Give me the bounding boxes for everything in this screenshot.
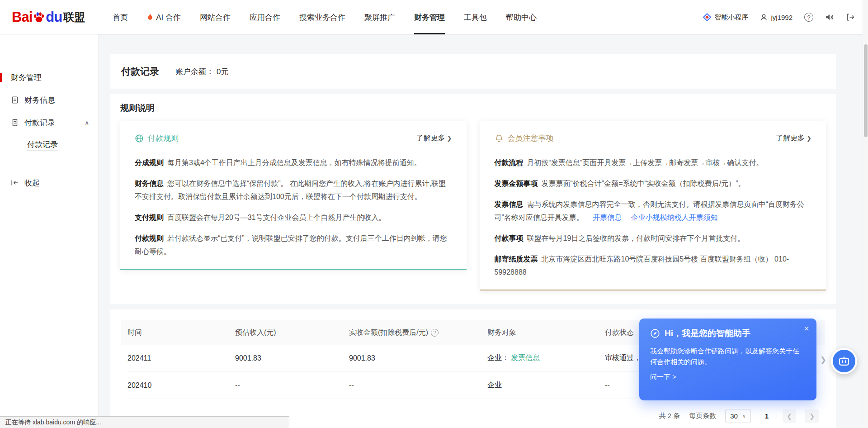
card-title: 付款规则 xyxy=(148,133,179,143)
nav-label: AI 合作 xyxy=(156,12,181,23)
nav-item-toolkit[interactable]: 工具包 xyxy=(454,0,496,34)
rule-term: 邮寄纸质发票 xyxy=(495,255,538,263)
sidebar-subitem-payment-records[interactable]: 付款记录 xyxy=(0,134,98,157)
logout-icon[interactable] xyxy=(846,13,854,21)
sidebar-section-finance-management[interactable]: 财务管理 xyxy=(0,66,98,89)
help-icon[interactable]: ? xyxy=(804,13,813,22)
ask-now-link[interactable]: 问一下 > xyxy=(650,373,806,381)
smart-assistant-popup: Hi，我是您的智能助手 × 我会帮助您诊断合作链路问题，以及解答您关于任何合作相… xyxy=(639,319,816,400)
nav-item-app-cooperation[interactable]: 应用合作 xyxy=(240,0,290,34)
sidebar-item-payment-records[interactable]: 付款记录 ∧ xyxy=(0,111,98,134)
help-glyph: ? xyxy=(807,14,810,21)
rule-desc: 百度联盟会在每月20号—31号支付企业会员上个自然月产生的收入。 xyxy=(167,214,386,221)
cell-time: 202411 xyxy=(127,354,235,362)
help-icon[interactable]: ? xyxy=(431,329,439,337)
paw-icon xyxy=(32,10,46,24)
member-notes-card: 会员注意事项 了解更多 ❯ 付款流程月初按“发票信息”页面开具发票→上传发票→邮… xyxy=(480,121,826,290)
invoice-info-link[interactable]: 发票信息 xyxy=(511,353,540,363)
page-number-current[interactable]: 1 xyxy=(760,409,774,423)
assistant-chat-button[interactable] xyxy=(831,348,857,374)
prev-page-button[interactable]: ❮ xyxy=(783,409,796,423)
globe-icon xyxy=(135,134,144,143)
nav-label: 聚屏推广 xyxy=(364,12,395,23)
cell-estimated: 9001.83 xyxy=(235,354,349,362)
page-title: 付款记录 xyxy=(121,65,159,78)
nav-item-help-center[interactable]: 帮助中心 xyxy=(496,0,546,34)
nav-item-search-cooperation[interactable]: 搜索业务合作 xyxy=(290,0,355,34)
rule-desc: 北京市海淀区西北旺东路10号院百度科技园5号楼 百度联盟财务组（收） 010-5… xyxy=(495,255,789,276)
browser-status-bar: 正在等待 xlab.baidu.com 的响应... xyxy=(0,416,289,428)
baidu-union-logo[interactable]: Bai du 联盟 xyxy=(12,9,85,25)
sidebar: 财务管理 财务信息 付款记录 ∧ 付款记录 收起 xyxy=(0,34,99,428)
nav-label: 财务管理 xyxy=(414,12,445,23)
username-label: jyj1992 xyxy=(771,14,793,21)
sidebar-item-label: 财务信息 xyxy=(24,95,55,105)
per-page-select[interactable]: 30 ∨ xyxy=(725,409,751,423)
chevron-left-icon: ❮ xyxy=(787,413,792,420)
cell-entity: 企业 xyxy=(487,380,605,390)
per-page-value: 30 xyxy=(730,412,738,420)
rule-term: 付款流程 xyxy=(495,159,524,166)
balance-label: 账户余额： xyxy=(175,67,214,77)
nav-label: 工具包 xyxy=(464,12,487,23)
logo-text-du: du xyxy=(46,9,62,25)
rule-desc: 联盟在每月19日之后签收的发票，付款时间安排在下个月首批支付。 xyxy=(527,234,745,242)
compass-icon xyxy=(650,328,660,338)
rule-item: 付款事项联盟在每月19日之后签收的发票，付款时间安排在下个月首批支付。 xyxy=(495,232,812,245)
assistant-message: 我会帮助您诊断合作链路问题，以及解答您关于任何合作相关的问题。 xyxy=(650,346,799,367)
sound-icon[interactable] xyxy=(825,13,834,21)
rule-item: 支付规则百度联盟会在每月20号—31号支付企业会员上个自然月产生的收入。 xyxy=(135,211,452,224)
sidebar-item-label: 付款记录 xyxy=(24,118,55,128)
logo-text-union: 联盟 xyxy=(63,10,85,24)
user-account[interactable]: jyj1992 xyxy=(760,14,793,21)
vertical-scrollbar[interactable] xyxy=(863,0,868,428)
nav-item-ai-cooperation[interactable]: AI 合作 xyxy=(137,0,190,34)
document-icon xyxy=(11,96,19,104)
fire-icon xyxy=(147,14,153,21)
nav-item-website-cooperation[interactable]: 网站合作 xyxy=(190,0,240,34)
rule-term: 发票金额事项 xyxy=(495,180,538,187)
next-page-button[interactable]: ❯ xyxy=(805,409,819,423)
rule-item: 发票信息需与系统内发票信息内容完全一致，否则无法支付。请根据发票信息页面中“百度… xyxy=(495,198,812,224)
invoice-info-link[interactable]: 开票信息 xyxy=(593,214,622,221)
total-count: 共 2 条 xyxy=(659,412,680,420)
chevron-right-icon[interactable]: ❯ xyxy=(820,355,826,364)
robot-icon xyxy=(837,354,851,368)
receipt-icon xyxy=(11,119,19,127)
close-icon[interactable]: × xyxy=(804,324,809,333)
small-taxpayer-notice-link[interactable]: 企业小规模纳税人开票须知 xyxy=(631,214,718,221)
mini-program-link[interactable]: 智能小程序 xyxy=(703,13,748,22)
chevron-up-icon[interactable]: ∧ xyxy=(85,119,89,126)
rule-term: 付款事项 xyxy=(495,234,524,242)
logo-text-bai: Bai xyxy=(12,9,32,25)
cell-estimated: -- xyxy=(235,381,349,390)
rule-term: 发票信息 xyxy=(495,200,524,208)
rule-desc: 若付款状态显示“已支付”，说明联盟已安排了您的付款。支付后三个工作日内到帐，请您… xyxy=(135,234,447,255)
mini-program-label: 智能小程序 xyxy=(714,13,748,22)
column-header-estimated-income: 预估收入(元) xyxy=(235,328,349,338)
learn-more-link[interactable]: 了解更多 ❯ xyxy=(416,133,452,143)
nav-item-finance-management[interactable]: 财务管理 xyxy=(405,0,454,34)
nav-item-home[interactable]: 首页 xyxy=(103,0,137,34)
nav-item-screen-promotion[interactable]: 聚屏推广 xyxy=(355,0,405,34)
page-title-card: 付款记录 账户余额： 0元 xyxy=(110,54,836,89)
nav-label: 帮助中心 xyxy=(506,12,537,23)
chevron-right-icon: ❯ xyxy=(809,413,815,420)
entity-label: 企业 xyxy=(487,380,502,390)
rule-desc: 发票票面“价税合计”金额=系统中“实收金额（扣除税费后/元）”。 xyxy=(542,180,745,187)
user-icon xyxy=(760,14,768,21)
scrollbar-thumb[interactable] xyxy=(864,44,868,137)
rule-desc: 每月第3或4个工作日产出上月分成信息及发票信息，如有特殊情况将提前通知。 xyxy=(167,159,421,166)
learn-more-link[interactable]: 了解更多 ❯ xyxy=(776,133,811,143)
rule-term: 付款规则 xyxy=(135,234,164,242)
active-section-marker xyxy=(0,73,2,82)
top-header: Bai du 联盟 首页 AI 合作 网站合作 应用合作 搜索业务合作 xyxy=(0,0,868,34)
rule-item: 发票金额事项发票票面“价税合计”金额=系统中“实收金额（扣除税费后/元）”。 xyxy=(495,177,812,190)
rule-term: 分成规则 xyxy=(135,159,164,166)
collapse-sidebar-button[interactable]: 收起 xyxy=(0,171,98,194)
chevron-right-icon: ❯ xyxy=(807,135,811,142)
rule-item: 邮寄纸质发票北京市海淀区西北旺东路10号院百度科技园5号楼 百度联盟财务组（收）… xyxy=(495,252,812,279)
entity-label: 企业： xyxy=(487,353,509,363)
sidebar-item-finance-info[interactable]: 财务信息 xyxy=(0,89,98,111)
assistant-title: Hi，我是您的智能助手 xyxy=(665,328,750,339)
